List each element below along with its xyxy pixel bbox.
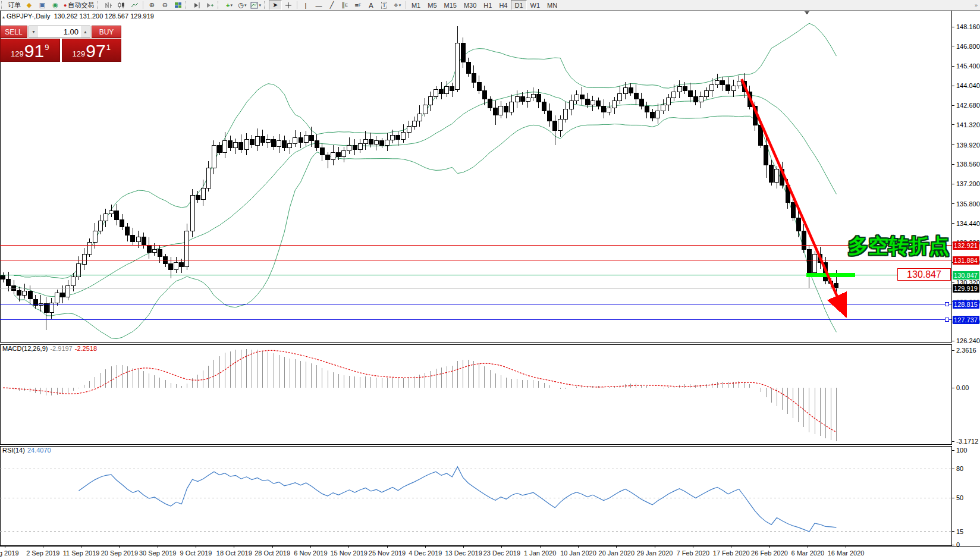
- new-order-button[interactable]: 订单: [6, 1, 23, 10]
- autotrade-button[interactable]: ●自动交易: [62, 1, 96, 10]
- buy-button[interactable]: BUY: [92, 26, 121, 38]
- svg-text:16 Mar 2020: 16 Mar 2020: [828, 549, 865, 557]
- trendline-icon[interactable]: ╱: [325, 0, 338, 10]
- toolbar-grip: [264, 1, 266, 9]
- price-callout-box[interactable]: 130.847: [897, 268, 951, 281]
- sell-button[interactable]: SELL: [0, 26, 27, 38]
- svg-text:15 Nov 2019: 15 Nov 2019: [331, 549, 368, 557]
- rsi-line: [78, 467, 836, 532]
- svg-text:7 Feb 2020: 7 Feb 2020: [677, 549, 710, 557]
- svg-text:18 Oct 2019: 18 Oct 2019: [216, 549, 252, 557]
- svg-text:130.847: 130.847: [954, 272, 978, 279]
- timeframe-M15[interactable]: M15: [441, 0, 460, 10]
- toolbar-grip: [1, 1, 4, 9]
- svg-text:0.00: 0.00: [956, 384, 969, 391]
- timeframe-M1[interactable]: M1: [408, 0, 424, 10]
- vertical-line-icon[interactable]: |: [299, 0, 312, 10]
- svg-text:137.200: 137.200: [956, 180, 980, 187]
- line-chart-icon[interactable]: [128, 0, 141, 10]
- svg-text:2 Sep 2019: 2 Sep 2019: [26, 549, 59, 557]
- channel-icon[interactable]: ∥E: [338, 0, 351, 10]
- svg-text:128.815: 128.815: [954, 301, 978, 308]
- toolbar-grip: [186, 1, 188, 9]
- crosshair-icon[interactable]: [282, 0, 295, 10]
- svg-text:-3.1712: -3.1712: [956, 438, 978, 445]
- svg-text:13 Dec 2019: 13 Dec 2019: [445, 549, 482, 557]
- text-icon[interactable]: A: [365, 0, 378, 10]
- svg-text:4 Dec 2019: 4 Dec 2019: [409, 549, 442, 557]
- cursor-icon[interactable]: ➤: [269, 0, 282, 10]
- volume-decrease-button[interactable]: ▼: [29, 26, 38, 37]
- chart-shift-marker[interactable]: [805, 11, 809, 15]
- auto-scroll-icon[interactable]: [203, 0, 216, 10]
- volume-box: ▼ ▲: [29, 26, 90, 38]
- zoom-out-icon[interactable]: ⊖: [158, 0, 171, 10]
- community-icon[interactable]: ◉: [49, 0, 62, 10]
- svg-text:145.400: 145.400: [956, 62, 980, 70]
- timeframe-W1[interactable]: W1: [527, 0, 544, 10]
- svg-text:26 Feb 2020: 26 Feb 2020: [751, 549, 788, 557]
- svg-text:2.3616: 2.3616: [956, 347, 976, 354]
- svg-text:131.884: 131.884: [954, 257, 978, 264]
- price-axis: 148.160146.800145.400144.040142.680141.3…: [951, 23, 980, 548]
- svg-text:134.440: 134.440: [956, 220, 980, 227]
- candlestick-chart-icon[interactable]: [115, 0, 128, 10]
- rsi-label: RSI(14)24.4070: [2, 447, 51, 454]
- svg-text:20 Jan 2020: 20 Jan 2020: [599, 549, 635, 557]
- macd-signal-line: [3, 350, 836, 432]
- tile-windows-icon[interactable]: [171, 0, 184, 10]
- fibonacci-icon[interactable]: ≡F: [351, 0, 365, 10]
- svg-text:138.560: 138.560: [956, 161, 980, 168]
- svg-text:80: 80: [956, 465, 963, 472]
- symbol-period-label: GBPJPY-,Daily: [7, 12, 51, 20]
- zoom-in-icon[interactable]: ⊕: [145, 0, 158, 10]
- chart-icon: ▴: [2, 14, 5, 20]
- volume-input[interactable]: [38, 26, 81, 37]
- buy-price-big: 97: [86, 42, 105, 60]
- ohlc-values: 130.262 131.200 128.567 129.919: [54, 12, 154, 20]
- downtrend-arrow[interactable]: [742, 79, 843, 310]
- svg-text:142.680: 142.680: [956, 102, 980, 109]
- svg-text:100: 100: [956, 447, 967, 454]
- svg-text:30 Sep 2019: 30 Sep 2019: [139, 549, 176, 557]
- deposit-icon[interactable]: ◆: [23, 0, 36, 10]
- chart-shift-icon[interactable]: [190, 0, 203, 10]
- timeframe-H1[interactable]: H1: [480, 0, 495, 10]
- bar-chart-icon[interactable]: [102, 0, 115, 10]
- svg-text:126.240: 126.240: [956, 337, 980, 344]
- profile-icon[interactable]: ▣: [36, 0, 49, 10]
- date-axis: Aug 20192 Sep 201911 Sep 201920 Sep 2019…: [0, 546, 864, 557]
- svg-text:20 Sep 2019: 20 Sep 2019: [101, 549, 138, 557]
- svg-text:11 Sep 2019: 11 Sep 2019: [63, 549, 100, 557]
- volume-increase-button[interactable]: ▲: [81, 26, 90, 37]
- timeframe-M30[interactable]: M30: [460, 0, 480, 10]
- buy-price-base: 129: [73, 49, 86, 58]
- svg-text:10 Jan 2020: 10 Jan 2020: [560, 549, 596, 557]
- timeframe-M5[interactable]: M5: [424, 0, 440, 10]
- toolbar-separator: [297, 1, 297, 9]
- sell-price[interactable]: 129 91 9: [0, 39, 60, 62]
- add-indicator-icon[interactable]: +▾: [222, 0, 235, 10]
- svg-text:6 Nov 2019: 6 Nov 2019: [294, 549, 327, 557]
- svg-text:135.800: 135.800: [956, 200, 980, 208]
- templates-icon[interactable]: ▾: [249, 0, 263, 10]
- periods-icon[interactable]: ◷▾: [235, 0, 249, 10]
- text-label-icon[interactable]: T: [378, 0, 391, 10]
- toolbar-separator: [406, 1, 406, 9]
- toolbar-grip: [218, 1, 220, 9]
- macd-label: MACD(12,26,9)-2.9197-2.2518: [2, 345, 97, 352]
- arrows-icon[interactable]: ❖▾: [391, 0, 404, 10]
- buy-price[interactable]: 129 97 1: [62, 39, 122, 62]
- sell-price-base: 129: [11, 49, 24, 58]
- autotrade-icon: ●: [64, 2, 67, 8]
- overflow-chevron-icon[interactable]: »: [975, 2, 978, 8]
- timeframe-H4[interactable]: H4: [495, 0, 511, 10]
- turning-point-annotation[interactable]: 多空转折点: [848, 233, 949, 260]
- timeframe-MN[interactable]: MN: [544, 0, 561, 10]
- timeframe-D1[interactable]: D1: [511, 0, 526, 10]
- sell-price-big: 91: [24, 42, 44, 60]
- horizontal-line-icon[interactable]: —: [312, 0, 325, 10]
- macd-histogram: [3, 349, 836, 441]
- support-highlight-bar[interactable]: [806, 273, 855, 277]
- top-toolbar: 订单 ◆ ▣ ◉ ●自动交易 ⊕ ⊖ +▾ ◷▾ ▾ ➤ | — ╱ ∥E ≡F…: [0, 0, 980, 11]
